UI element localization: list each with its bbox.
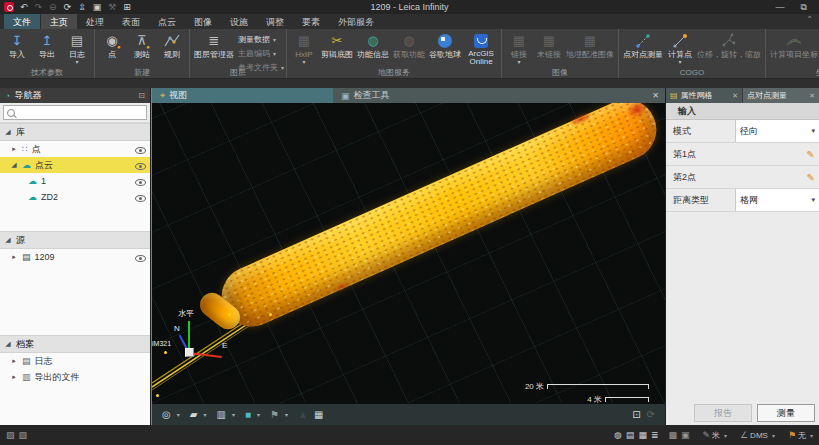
- get-features-button[interactable]: ◍ 获取功能: [391, 31, 427, 59]
- tab-imaging[interactable]: 图像: [185, 14, 221, 29]
- orbit-view-button[interactable]: ◎: [162, 409, 171, 420]
- upload-icon[interactable]: ⇫: [78, 0, 86, 14]
- distance-unit-selector[interactable]: ✎ 米 ▾: [702, 430, 727, 441]
- tab-infrastructure[interactable]: 设施: [221, 14, 257, 29]
- package-icon[interactable]: ▣: [93, 0, 102, 14]
- tab-home[interactable]: 主页: [41, 14, 77, 29]
- close-view-button[interactable]: ✕: [646, 88, 665, 103]
- google-earth-button[interactable]: 谷歌地球: [427, 31, 463, 59]
- import-button[interactable]: ↧ 导入: [2, 31, 32, 59]
- tree-item-exported-files[interactable]: ▸ ▥ 导出的文件: [0, 369, 150, 385]
- arcgis-online-button[interactable]: ArcGIS Online: [463, 31, 499, 66]
- hxip-button[interactable]: ▦ HxIP ▾: [289, 31, 319, 65]
- status-grid-icon[interactable]: ▩: [668, 430, 677, 440]
- visibility-eye-icon[interactable]: [135, 192, 146, 203]
- sync-icon[interactable]: ⟳: [64, 0, 72, 14]
- new-point-button[interactable]: ◉● 点: [97, 31, 127, 59]
- status-view-icon[interactable]: ◍: [614, 430, 622, 440]
- close-icon[interactable]: ✕: [809, 92, 815, 100]
- undo-icon[interactable]: ↶: [20, 0, 28, 14]
- tree-item-point-clouds[interactable]: ◢ ☁ 点云: [0, 157, 150, 173]
- tools-icon[interactable]: ⚒: [108, 0, 116, 14]
- status-report-icon[interactable]: ▤: [626, 430, 635, 440]
- status-folder-icon[interactable]: ▣: [681, 430, 690, 440]
- transform-button[interactable]: 位移，旋转，缩放: [695, 31, 763, 59]
- tab-view[interactable]: ⌖ 视图: [152, 88, 333, 103]
- section-library[interactable]: ◢ 库: [0, 123, 150, 141]
- visibility-eye-icon[interactable]: [135, 176, 146, 187]
- georeference-image-button[interactable]: ▦ 地理配准图像: [564, 31, 616, 59]
- tab-point-to-point[interactable]: 点对点测量 ✕: [743, 88, 819, 103]
- expander-icon[interactable]: ◢: [4, 236, 12, 244]
- expander-icon[interactable]: ◢: [10, 161, 18, 169]
- export-button[interactable]: ↥ 导出: [32, 31, 62, 59]
- expander-icon[interactable]: ◢: [4, 340, 12, 348]
- coordinate-display-selector[interactable]: ⚑ 无 ▾: [788, 430, 813, 441]
- expander-icon[interactable]: ◢: [4, 128, 12, 136]
- theme-code-menu[interactable]: 主题编码 ▾: [238, 48, 284, 59]
- pin-icon[interactable]: ⊡: [138, 91, 145, 100]
- tree-item-job-1209[interactable]: ▸ ▤ 1209: [0, 249, 150, 265]
- status-layers-icon[interactable]: ≣: [651, 430, 659, 440]
- clip-basemap-button[interactable]: ✂ 剪辑底图: [319, 31, 355, 59]
- chevron-down-icon[interactable]: ▾: [257, 411, 260, 418]
- new-station-button[interactable]: ⊼● 测站: [127, 31, 157, 59]
- fit-view-button[interactable]: ⊡: [632, 409, 640, 420]
- tab-adjustments[interactable]: 调整: [257, 14, 293, 29]
- compute-point-button[interactable]: 计算点 ▾: [665, 31, 695, 65]
- redo-icon[interactable]: ↷: [35, 0, 43, 14]
- cube-view-button[interactable]: ■: [245, 409, 251, 420]
- delete-icon[interactable]: ⊖: [49, 0, 57, 14]
- tab-surfaces[interactable]: 表面: [113, 14, 149, 29]
- navigator-search-input[interactable]: [18, 108, 143, 117]
- snap-grid-icon-2[interactable]: ▧: [19, 430, 28, 440]
- visibility-eye-icon[interactable]: [135, 160, 146, 171]
- edit-pencil-icon[interactable]: ✎: [807, 172, 815, 183]
- distance-type-select[interactable]: 格网 ▾: [735, 189, 819, 211]
- point-to-point-measure-button[interactable]: 点对点测量: [621, 31, 665, 59]
- section-archive[interactable]: ◢ 档案: [0, 335, 150, 353]
- new-alignment-button[interactable]: 规则: [157, 31, 187, 59]
- compute-project-coordinates-button[interactable]: 计算项目坐标: [768, 31, 819, 59]
- tree-item-points[interactable]: ▸ ∷ 点: [0, 141, 150, 157]
- feature-info-button[interactable]: ◍ 功能信息: [355, 31, 391, 59]
- expander-icon[interactable]: ▸: [10, 357, 18, 365]
- grid-toggle-button[interactable]: ▦: [314, 409, 323, 420]
- tab-point-clouds[interactable]: 点云: [149, 14, 185, 29]
- tab-inspect-tools[interactable]: ▣ 检查工具: [333, 88, 646, 103]
- display-style-button[interactable]: ⚑: [270, 409, 279, 420]
- measure-data-menu[interactable]: 测量数据 ▾: [238, 34, 284, 45]
- visibility-eye-icon[interactable]: [135, 252, 146, 263]
- point2-field[interactable]: ✎: [735, 166, 819, 188]
- point1-field[interactable]: ✎: [735, 143, 819, 165]
- unlink-image-button[interactable]: ▦ 未链接: [534, 31, 564, 59]
- log-button[interactable]: ▤ 日志 ▾: [62, 31, 92, 65]
- snap-grid-icon[interactable]: ▨: [6, 430, 15, 440]
- restore-button[interactable]: ⧉: [801, 2, 807, 13]
- close-icon[interactable]: ✕: [732, 92, 738, 100]
- tab-property-grid[interactable]: ▤ 属性网格 ✕: [666, 88, 742, 103]
- mode-select[interactable]: 径向 ▾: [735, 120, 819, 142]
- clip-tool-button[interactable]: ▰: [190, 409, 198, 420]
- tab-processing[interactable]: 处理: [77, 14, 113, 29]
- 3d-canvas[interactable]: 水平 N E iM321 20 米 4 米: [152, 103, 665, 403]
- edit-pencil-icon[interactable]: ✎: [807, 149, 815, 160]
- chevron-down-icon[interactable]: ▾: [177, 411, 180, 418]
- expander-icon[interactable]: ▸: [10, 145, 18, 153]
- layer-manager-button[interactable]: ≣ 图层管理器: [192, 31, 236, 59]
- link-image-button[interactable]: ▦ 链接 ▾: [504, 31, 534, 65]
- tab-file[interactable]: 文件: [4, 14, 40, 29]
- collapse-ribbon-button[interactable]: ⌃: [806, 15, 813, 24]
- measure-button[interactable]: 测量: [757, 404, 815, 422]
- section-source[interactable]: ◢ 源: [0, 231, 150, 249]
- minimize-button[interactable]: —: [776, 2, 785, 13]
- print-icon[interactable]: ⊞: [123, 0, 131, 14]
- tab-external-services[interactable]: 外部服务: [329, 14, 383, 29]
- visibility-eye-icon[interactable]: [135, 144, 146, 155]
- chevron-down-icon[interactable]: ▾: [285, 411, 288, 418]
- expander-icon[interactable]: ▸: [10, 373, 18, 381]
- tree-item-cloud-1[interactable]: ☁ 1: [0, 173, 150, 189]
- expander-icon[interactable]: ▸: [10, 253, 18, 261]
- chevron-down-icon[interactable]: ▾: [203, 411, 206, 418]
- tree-item-cloud-zd2[interactable]: ☁ ZD2: [0, 189, 150, 205]
